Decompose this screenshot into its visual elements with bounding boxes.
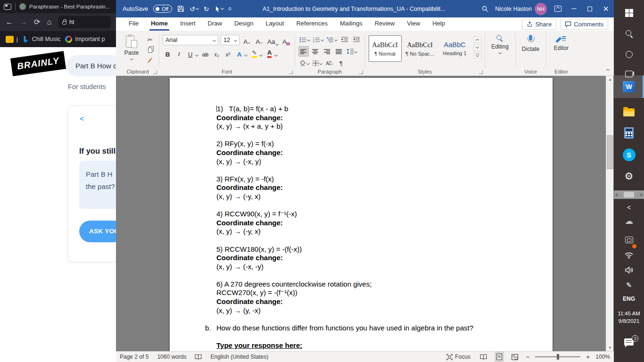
web-layout-button[interactable] — [510, 352, 520, 362]
vertical-scrollbar[interactable]: ▲ ▼ — [606, 76, 613, 351]
minimize-button[interactable] — [566, 0, 582, 17]
sort-button[interactable]: AZ↓ — [324, 58, 335, 68]
response-prompt[interactable]: Type your response here: — [216, 341, 538, 350]
share-button[interactable]: Share — [522, 19, 556, 30]
align-left-button[interactable] — [298, 46, 309, 57]
pilcrow-button[interactable]: ¶ — [336, 58, 347, 68]
browser-tab[interactable]: Paraphraser - Best Paraphrasin... — [19, 3, 113, 10]
zoom-out-button[interactable]: − — [526, 353, 529, 361]
paste-button[interactable]: Paste — [120, 33, 143, 68]
collapse-ribbon-button[interactable] — [607, 65, 609, 74]
print-layout-button[interactable] — [495, 352, 504, 362]
file-explorer-button[interactable] — [614, 100, 644, 123]
font-dialog-launcher[interactable] — [289, 70, 293, 74]
doc-item-5[interactable]: 5) RCCW180(x, y) = -(f(-x)) Coordinate c… — [216, 245, 538, 272]
format-painter-icon[interactable] — [145, 56, 155, 65]
read-mode-button[interactable] — [478, 352, 489, 362]
taskbar-scrollbar[interactable]: <> — [614, 190, 644, 199]
grow-font-button[interactable]: A˄ — [242, 35, 252, 45]
save-icon[interactable] — [177, 5, 184, 12]
zoom-slider[interactable] — [535, 356, 580, 357]
snip-notification-button[interactable] — [614, 233, 644, 247]
taskbar-clock[interactable]: 11:45 AM 9/8/2021 — [614, 308, 644, 326]
taskbar-scroll-thumb[interactable] — [624, 192, 634, 197]
brainly-logo[interactable]: BRAINLY — [10, 51, 66, 76]
text-effects-button[interactable]: A — [234, 48, 244, 58]
tab-help[interactable]: Help — [426, 17, 451, 31]
align-right-button[interactable] — [322, 46, 332, 57]
doc-item-3[interactable]: 3) RFx(x, y) = -f(x) Coordinate change: … — [216, 175, 538, 201]
proofing-icon[interactable] — [195, 354, 202, 360]
font-size-select[interactable]: 12 — [221, 35, 239, 45]
language-indicator[interactable]: ENG — [614, 293, 644, 304]
ribbon-display-options-button[interactable] — [550, 0, 566, 17]
url-bar[interactable]: ht — [58, 16, 111, 28]
forward-icon[interactable]: → — [20, 18, 27, 26]
for-students-link[interactable]: For students — [68, 83, 106, 90]
word-count[interactable]: 1060 words — [157, 354, 186, 360]
underline-button[interactable]: U — [185, 48, 195, 58]
start-button[interactable] — [614, 5, 644, 21]
tab-file[interactable]: File — [123, 17, 145, 31]
question-b[interactable]: b. How do these functions differ from fu… — [216, 324, 538, 333]
doc-item-4[interactable]: 4) RCCW90(x, y) = f⁻¹(-x) Coordinate cha… — [216, 210, 538, 236]
doc-item-6[interactable]: 6) A 270 degrees counterclockwise rotati… — [216, 280, 538, 315]
doc-item-2[interactable]: 2) RFy(x, y) = f(-x) Coordinate change: … — [216, 140, 538, 166]
autosave-toggle[interactable]: Off — [153, 5, 172, 13]
volume-button[interactable] — [614, 264, 644, 276]
language-indicator[interactable]: English (United States) — [210, 354, 268, 360]
change-case-button[interactable]: Aa — [266, 35, 279, 45]
bold-button[interactable]: B — [163, 48, 173, 58]
editing-button[interactable]: Editing — [488, 33, 512, 68]
page-indicator[interactable]: Page 2 of 5 — [120, 354, 149, 360]
increase-indent-button[interactable] — [351, 34, 362, 45]
redo-icon[interactable]: ↻ — [204, 5, 209, 13]
styles-dialog-launcher[interactable] — [479, 70, 483, 74]
shrink-font-button[interactable]: A˅ — [254, 35, 264, 45]
tab-review[interactable]: Review — [369, 17, 401, 31]
user-avatar[interactable]: NH — [535, 3, 547, 15]
scroll-down-icon[interactable]: ▼ — [606, 344, 614, 351]
back-chevron-icon[interactable]: < — [80, 115, 84, 123]
brainly-search-input[interactable]: Part B How d — [66, 55, 116, 76]
document-text[interactable]: 1) T(a, b)= f(x - a) + b Coordinate chan… — [170, 78, 553, 350]
document-page[interactable]: 1) T(a, b)= f(x - a) + b Coordinate chan… — [170, 78, 553, 351]
zoom-slider-thumb[interactable] — [557, 354, 559, 360]
font-color-button[interactable]: A — [264, 48, 274, 58]
onedrive-button[interactable]: ☁ — [614, 214, 644, 227]
dictate-button[interactable]: Dictate — [519, 33, 543, 68]
copy-icon[interactable] — [145, 46, 155, 54]
windows-ink-button[interactable]: ✎ — [614, 279, 644, 291]
strikethrough-button[interactable]: ab — [200, 48, 210, 58]
touch-mode-button[interactable] — [215, 6, 223, 12]
tab-home[interactable]: Home — [145, 17, 174, 31]
bookmark-item[interactable]: j — [6, 36, 18, 43]
style-normal[interactable]: AaBbCcI ¶ Normal — [369, 35, 402, 62]
tab-insert[interactable]: Insert — [174, 17, 202, 31]
tab-mailings[interactable]: Mailings — [334, 17, 369, 31]
customize-toolbar-button[interactable] — [229, 8, 231, 10]
focus-button[interactable]: Focus — [445, 352, 472, 362]
borders-button[interactable] — [312, 58, 323, 68]
line-spacing-button[interactable] — [346, 46, 358, 57]
scroll-right-icon[interactable]: > — [640, 192, 643, 197]
user-name[interactable]: Nicole Haston — [495, 6, 532, 12]
style-no-spacing[interactable]: AaBbCcI ¶ No Spac... — [404, 35, 437, 62]
back-icon[interactable]: ← — [6, 18, 13, 26]
cortana-button[interactable] — [614, 46, 644, 62]
scroll-up-icon[interactable]: ▲ — [606, 76, 614, 83]
styles-scroll-down-button[interactable] — [474, 44, 481, 51]
tab-layout[interactable]: Layout — [259, 17, 290, 31]
zoom-in-button[interactable]: + — [586, 353, 590, 361]
zoom-level[interactable]: 100% — [595, 354, 610, 360]
taskbar-word-button[interactable]: W — [614, 75, 644, 98]
tab-references[interactable]: References — [290, 17, 333, 31]
decrease-indent-button[interactable] — [339, 34, 350, 45]
clear-formatting-button[interactable]: A — [281, 35, 291, 45]
tab-design[interactable]: Design — [228, 17, 259, 31]
doc-item-1[interactable]: 1) T(a, b)= f(x - a) + b Coordinate chan… — [216, 105, 538, 131]
superscript-button[interactable]: x² — [223, 48, 233, 58]
settings-button[interactable]: ⚙ — [614, 165, 644, 188]
taskbar-search-button[interactable] — [614, 25, 644, 41]
highlight-button[interactable]: ✎ — [249, 48, 259, 58]
